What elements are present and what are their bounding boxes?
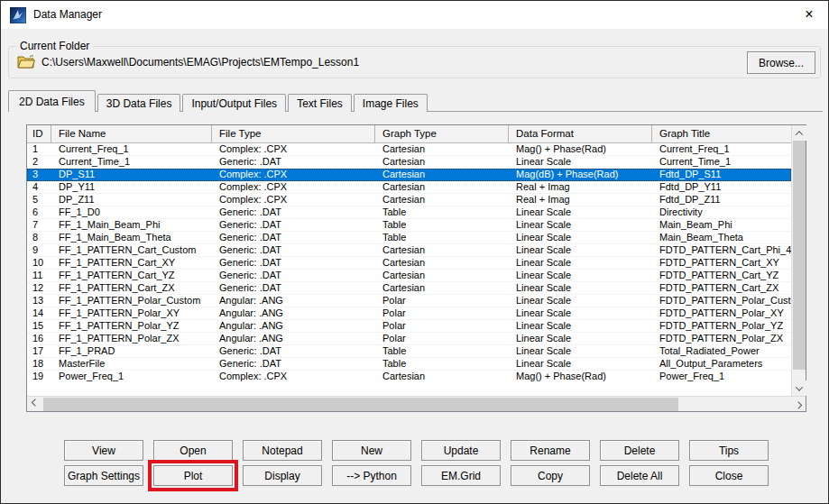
tab-bar: 2D Data Files3D Data FilesInput/Output F… <box>8 90 823 112</box>
table-row[interactable]: 4DP_Y11Complex: .CPXCartesianReal + Imag… <box>27 181 791 194</box>
cell: FF_1_Main_Beam_Phi <box>51 219 212 232</box>
new-button[interactable]: New <box>332 440 411 461</box>
cell: Main_Beam_Phi <box>652 219 791 232</box>
table-row[interactable]: 11FF_1_PATTERN_Cart_YZGeneric: .DATCarte… <box>27 270 791 282</box>
table-row[interactable]: 19Power_Freq_1Complex: .CPXCartesianMag(… <box>27 371 791 382</box>
tips-button[interactable]: Tips <box>689 440 769 461</box>
cell: 14 <box>27 307 51 320</box>
vertical-scrollbar[interactable] <box>791 125 806 396</box>
table-row[interactable]: 12FF_1_PATTERN_Cart_ZXGeneric: .DATCarte… <box>27 282 791 295</box>
cell: FF_1_PATTERN_Polar_XY <box>51 307 212 320</box>
title-bar: Data Manager × <box>1 1 828 29</box>
cell: Complex: .CPX <box>212 194 375 206</box>
current-folder-path: C:\Users\Maxwell\Documents\EMAG\Projects… <box>41 56 359 69</box>
close-icon[interactable]: × <box>796 4 823 25</box>
display-button[interactable]: Display <box>243 465 322 486</box>
column-header-id[interactable]: ID <box>27 125 51 142</box>
plot-button[interactable]: Plot <box>153 465 233 486</box>
table-row[interactable]: 6FF_1_D0Generic: .DATTableLinear ScaleDi… <box>27 206 791 219</box>
cell: FDTD_PATTERN_Cart_ZX <box>652 282 791 295</box>
cell: DP_S11 <box>51 169 212 181</box>
cell: FDTD_PATTERN_Polar_ZX <box>652 333 791 345</box>
cell: Table <box>375 219 509 232</box>
cell: 5 <box>27 194 51 206</box>
cell: FF_1_PATTERN_Polar_YZ <box>51 320 212 333</box>
horizontal-scrollbar[interactable] <box>27 396 806 411</box>
cell: 3 <box>27 169 51 181</box>
cell: Generic: .DAT <box>212 244 375 257</box>
cell: 10 <box>27 257 51 270</box>
table-row[interactable]: 10FF_1_PATTERN_Cart_XYGeneric: .DATCarte… <box>27 257 791 270</box>
column-header-file-name[interactable]: File Name <box>51 125 212 142</box>
horizontal-scrollbar-thumb[interactable] <box>43 398 678 411</box>
table-row[interactable]: 5DP_Z11Complex: .CPXCartesianReal + Imag… <box>27 194 791 206</box>
table-row[interactable]: 9FF_1_PATTERN_Cart_CustomGeneric: .DATCa… <box>27 244 791 257</box>
notepad-button[interactable]: Notepad <box>243 440 322 461</box>
python-button[interactable]: --> Python <box>332 465 411 486</box>
tab-3d-data-files[interactable]: 3D Data Files <box>97 94 181 112</box>
cell: 4 <box>27 181 51 194</box>
rename-button[interactable]: Rename <box>511 440 590 461</box>
cell: Generic: .DAT <box>212 270 375 282</box>
tab-image-files[interactable]: Image Files <box>354 94 428 112</box>
cell: DP_Z11 <box>51 194 212 206</box>
table-row[interactable]: 2Current_Time_1Generic: .DATCartesianLin… <box>27 156 791 169</box>
scroll-down-icon[interactable] <box>792 380 806 396</box>
cell: 7 <box>27 219 51 232</box>
cell: FDTD_PATTERN_Cart_YZ <box>652 270 791 282</box>
cell: Generic: .DAT <box>212 257 375 270</box>
close-button[interactable]: Close <box>689 465 769 486</box>
cell: Complex: .CPX <box>212 371 375 382</box>
cell: Fdtd_DP_S11 <box>652 169 791 181</box>
cell: Complex: .CPX <box>212 143 375 156</box>
cell: FF_1_Main_Beam_Theta <box>51 232 212 244</box>
cell: FF_1_D0 <box>51 206 212 219</box>
vertical-scrollbar-thumb[interactable] <box>793 141 806 370</box>
table-row[interactable]: 13FF_1_PATTERN_Polar_CustomAngular: .ANG… <box>27 295 791 307</box>
table-row[interactable]: 3DP_S11Complex: .CPXCartesianMag(dB) + P… <box>27 169 791 181</box>
cell: FDTD_PATTERN_Polar_XY <box>652 307 791 320</box>
delete-button[interactable]: Delete <box>600 440 679 461</box>
em-grid-button[interactable]: EM.Grid <box>421 465 501 486</box>
cell: FF_1_PATTERN_Cart_XY <box>51 257 212 270</box>
table-row[interactable]: 17FF_1_PRADGeneric: .DATTableLinear Scal… <box>27 345 791 358</box>
cell: All_Output_Parameters <box>652 358 791 371</box>
cell: Total_Radiated_Power <box>652 345 791 358</box>
cell: Linear Scale <box>509 257 652 270</box>
column-header-file-type[interactable]: File Type <box>212 125 375 142</box>
column-header-graph-type[interactable]: Graph Type <box>375 125 509 142</box>
table-body: 1Current_Freq_1Complex: .CPXCartesianMag… <box>27 143 791 382</box>
table-row[interactable]: 16FF_1_PATTERN_Polar_ZXAngular: .ANGPola… <box>27 333 791 345</box>
table-row[interactable]: 14FF_1_PATTERN_Polar_XYAngular: .ANGPola… <box>27 307 791 320</box>
cell: Cartesian <box>375 169 509 181</box>
graph-settings-button[interactable]: Graph Settings <box>64 465 143 486</box>
table-row[interactable]: 18MasterFileGeneric: .DATTableLinear Sca… <box>27 358 791 371</box>
scroll-right-icon[interactable] <box>790 397 806 411</box>
table-row[interactable]: 1Current_Freq_1Complex: .CPXCartesianMag… <box>27 143 791 156</box>
cell: Linear Scale <box>509 345 652 358</box>
cell: Current_Time_1 <box>51 156 212 169</box>
cell: Current_Freq_1 <box>652 143 791 156</box>
table-row[interactable]: 8FF_1_Main_Beam_ThetaGeneric: .DATTableL… <box>27 232 791 244</box>
tab-input-output-files[interactable]: Input/Output Files <box>182 94 286 112</box>
table-row[interactable]: 15FF_1_PATTERN_Polar_YZAngular: .ANGPola… <box>27 320 791 333</box>
tab-text-files[interactable]: Text Files <box>288 94 352 112</box>
scroll-left-icon[interactable] <box>27 397 42 411</box>
browse-button[interactable]: Browse... <box>747 51 815 74</box>
open-button[interactable]: Open <box>153 440 233 461</box>
update-button[interactable]: Update <box>421 440 501 461</box>
column-header-graph-title[interactable]: Graph Title <box>652 125 791 142</box>
cell: Linear Scale <box>509 219 652 232</box>
view-button[interactable]: View <box>64 440 143 461</box>
column-header-data-format[interactable]: Data Format <box>509 125 652 142</box>
copy-button[interactable]: Copy <box>511 465 590 486</box>
data-manager-window: Data Manager × Current Folder C:\Users\M… <box>0 0 829 504</box>
tab-2d-data-files[interactable]: 2D Data Files <box>8 90 96 112</box>
table-row[interactable]: 7FF_1_Main_Beam_PhiGeneric: .DATTableLin… <box>27 219 791 232</box>
file-table: IDFile NameFile TypeGraph TypeData Forma… <box>26 124 806 412</box>
cell: Polar <box>375 295 509 307</box>
scroll-up-icon[interactable] <box>792 125 806 141</box>
delete-all-button[interactable]: Delete All <box>600 465 679 486</box>
cell: Cartesian <box>375 143 509 156</box>
cell: Table <box>375 345 509 358</box>
